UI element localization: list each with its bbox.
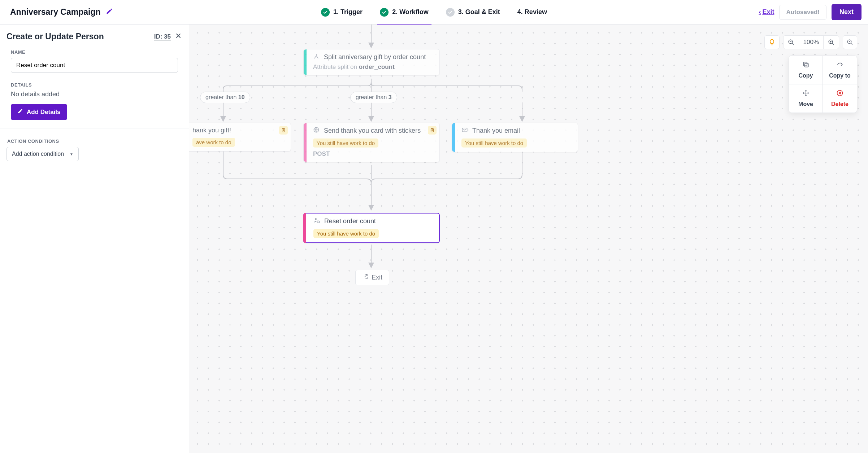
campaign-title: Anniversary Campaign: [10, 7, 101, 17]
accent-bar: [452, 123, 455, 152]
hints-button[interactable]: [764, 35, 780, 49]
svg-point-10: [315, 218, 317, 220]
warning-tag: ave work to do: [192, 138, 235, 147]
ctx-delete[interactable]: Delete: [823, 84, 857, 113]
zoom-fit-button[interactable]: [843, 35, 857, 49]
check-icon: [380, 8, 389, 17]
pencil-icon: [17, 108, 23, 116]
svg-rect-23: [803, 62, 807, 66]
accent-bar: [303, 213, 306, 243]
svg-line-13: [792, 43, 794, 45]
svg-line-16: [832, 43, 834, 45]
person-update-icon: [313, 217, 320, 225]
globe-icon: [313, 127, 320, 135]
close-icon[interactable]: [174, 31, 182, 42]
mail-icon: [461, 127, 468, 135]
condition-pill-gt10[interactable]: greater than 10: [200, 92, 250, 103]
step-review[interactable]: 4. Review: [515, 0, 550, 25]
node-title-text: Send thank you card with stickers: [324, 127, 421, 135]
step-label: 3. Goal & Exit: [458, 8, 500, 16]
svg-rect-11: [317, 221, 320, 223]
name-label: NAME: [11, 49, 178, 55]
step-goal-exit[interactable]: 3. Goal & Exit: [443, 0, 503, 25]
caret-down-icon: ▼: [70, 152, 73, 156]
panel-id[interactable]: ID: 35: [154, 33, 171, 40]
edit-title-icon[interactable]: [106, 7, 113, 17]
exit-node[interactable]: Exit: [355, 270, 389, 285]
note-badge-icon[interactable]: [279, 126, 288, 135]
exit-icon: [362, 274, 368, 281]
ctx-label: Copy to: [829, 72, 851, 79]
add-condition-label: Add action condition: [12, 151, 64, 157]
check-icon: [446, 8, 455, 17]
ctx-copy[interactable]: Copy: [789, 56, 823, 84]
node-title-text: Thank you email: [472, 127, 520, 135]
ctx-label: Copy: [799, 72, 813, 79]
note-badge-icon[interactable]: [428, 126, 437, 135]
accent-bar: [304, 49, 307, 75]
copy-icon: [802, 61, 810, 70]
add-condition-button[interactable]: Add action condition ▼: [6, 147, 79, 161]
http-method: POST: [313, 150, 434, 158]
node-title-text: Split anniversary gift by order count: [324, 53, 426, 61]
connectors: [189, 25, 868, 453]
action-name-input[interactable]: [11, 58, 178, 73]
svg-rect-22: [804, 63, 808, 67]
warning-tag: You still have work to do: [313, 229, 379, 238]
step-workflow[interactable]: 2. Workflow: [377, 0, 431, 25]
exit-link[interactable]: ‹ Exit: [759, 8, 774, 16]
warning-tag: You still have work to do: [461, 138, 527, 148]
ctx-copy-to[interactable]: Copy to: [823, 56, 857, 84]
zoom-group: 100%: [783, 35, 839, 49]
workflow-canvas[interactable]: Split anniversary gift by order count At…: [189, 25, 868, 453]
wizard-steps: 1. Trigger 2. Workflow 3. Goal & Exit 4.…: [318, 0, 550, 25]
body: Create or Update Person ID: 35 NAME DETA…: [0, 25, 868, 453]
panel-title: Create or Update Person: [6, 32, 104, 41]
panel-id-wrap: ID: 35: [154, 31, 182, 42]
zoom-out-button[interactable]: [784, 36, 799, 49]
node-split[interactable]: Split anniversary gift by order count At…: [303, 49, 440, 75]
app-header: Anniversary Campaign 1. Trigger 2. Workf…: [0, 0, 868, 25]
add-details-label: Add Details: [27, 109, 61, 116]
details-value: No details added: [11, 91, 178, 98]
node-subtitle: Attribute split on order_count: [313, 63, 434, 71]
header-actions: ‹ Exit Autosaved! Next: [759, 4, 862, 20]
autosaved-badge: Autosaved!: [779, 5, 826, 20]
zoom-value: 100%: [799, 36, 823, 49]
context-menu: Copy Copy to Move Delete: [789, 56, 857, 113]
step-label: 1. Trigger: [333, 8, 363, 16]
ctx-label: Delete: [831, 101, 849, 107]
zoom-in-button[interactable]: [823, 36, 839, 49]
node-thank-you-gift[interactable]: hank you gift! ave work to do: [189, 123, 291, 151]
ctx-move[interactable]: Move: [789, 84, 823, 113]
details-label: DETAILS: [11, 82, 178, 88]
panel-header: Create or Update Person ID: 35: [6, 31, 182, 42]
step-label: 2. Workflow: [392, 8, 429, 16]
node-thank-you-email[interactable]: Thank you email You still have work to d…: [452, 123, 578, 152]
split-icon: [313, 53, 320, 61]
delete-icon: [836, 89, 843, 98]
warning-tag: You still have work to do: [313, 138, 378, 148]
next-button[interactable]: Next: [832, 4, 862, 20]
svg-point-21: [849, 41, 850, 42]
conditions-label: ACTION CONDITIONS: [7, 138, 178, 144]
move-icon: [802, 89, 810, 98]
share-icon: [836, 61, 843, 70]
node-send-stickers[interactable]: Send thank you card with stickers You st…: [303, 123, 440, 162]
check-icon: [321, 8, 330, 17]
zoom-toolbar: 100%: [764, 35, 857, 49]
exit-label: Exit: [762, 8, 774, 16]
node-reset-order-count[interactable]: Reset order count You still have work to…: [303, 213, 440, 243]
step-label: 4. Review: [517, 8, 547, 16]
exit-label: Exit: [372, 274, 382, 281]
accent-bar: [304, 123, 307, 162]
node-title-text: hank you gift!: [192, 127, 231, 134]
add-details-button[interactable]: Add Details: [11, 104, 67, 120]
action-config-panel: Create or Update Person ID: 35 NAME DETA…: [0, 25, 189, 453]
ctx-label: Move: [798, 101, 813, 107]
divider: [0, 128, 189, 128]
node-title-text: Reset order count: [324, 217, 376, 225]
step-trigger[interactable]: 1. Trigger: [318, 0, 365, 25]
condition-pill-gt3[interactable]: greater than 3: [350, 92, 397, 103]
svg-line-20: [851, 43, 852, 45]
